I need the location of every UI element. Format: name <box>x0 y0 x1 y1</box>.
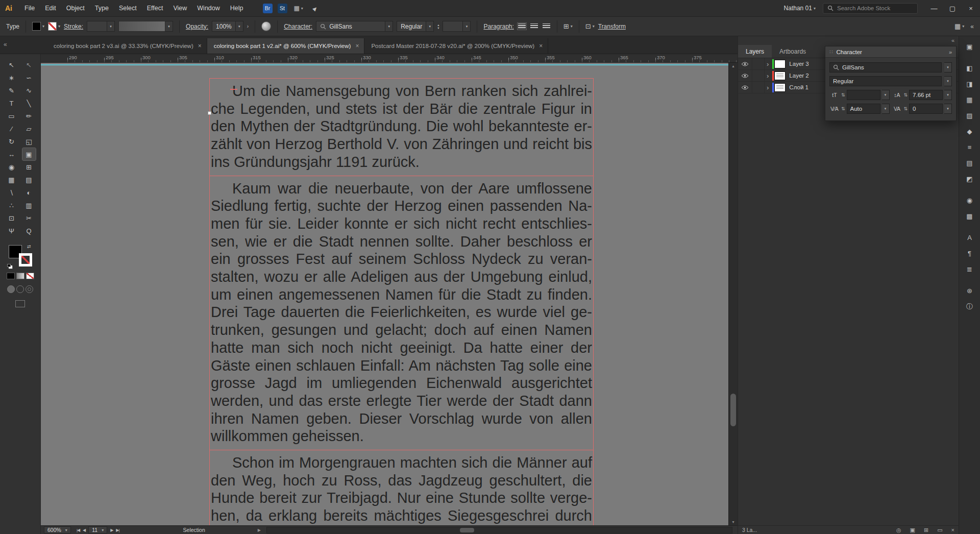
last-artboard-button[interactable]: ▶| <box>116 528 119 532</box>
pen-tool[interactable]: ✎ <box>5 84 18 96</box>
menu-object[interactable]: Object <box>61 0 90 16</box>
collapse-dock-icon[interactable]: « <box>951 37 954 43</box>
layer-thumbnail[interactable] <box>774 60 786 68</box>
chevron-down-icon[interactable]: ▾ <box>107 21 115 32</box>
chevron-down-icon[interactable]: ▾ <box>165 21 173 32</box>
bridge-button[interactable]: Br <box>263 4 273 13</box>
panel-tab-layers[interactable]: Layers <box>738 45 772 58</box>
font-size-stepper[interactable]: ▴▾ <box>437 23 439 30</box>
paragraph-panel-icon[interactable]: ¶ <box>962 247 977 260</box>
tracking-field[interactable]: 0 <box>909 104 943 114</box>
chevron-down-icon[interactable]: ▾ <box>944 90 952 100</box>
menu-help[interactable]: Help <box>225 0 249 16</box>
artboard-number-dropdown[interactable]: 11▾ <box>88 526 107 533</box>
character-panel-header[interactable]: ∷ Character » <box>825 46 956 58</box>
stock-button[interactable]: St <box>278 4 287 13</box>
width-tool[interactable]: ↔ <box>5 148 18 160</box>
leading-field[interactable]: 7.66 pt <box>909 90 943 100</box>
document-tab[interactable]: coloring book part 1 v2.ai* @ 600% (CMYK… <box>207 38 365 54</box>
blend-tool[interactable]: ◐ <box>22 186 36 199</box>
collapse-panel-icon[interactable]: » <box>949 49 952 55</box>
chevron-down-icon[interactable]: ▾ <box>463 21 471 32</box>
color-panel-icon[interactable]: ◧ <box>962 62 977 75</box>
leading-stepper[interactable]: ⇅ <box>904 92 908 98</box>
scroll-down-icon[interactable]: ▾ <box>729 520 738 524</box>
first-artboard-button[interactable]: |◀ <box>77 528 80 532</box>
chevron-down-icon[interactable]: ▾ <box>385 21 393 32</box>
visibility-eye-icon[interactable] <box>738 82 752 93</box>
lock-cell[interactable] <box>752 58 765 69</box>
lock-cell[interactable] <box>752 82 765 93</box>
menu-window[interactable]: Window <box>192 0 225 16</box>
variable-width-profile-dropdown[interactable] <box>118 21 165 32</box>
artboard-tool[interactable]: ⊡ <box>5 212 18 224</box>
zoom-level-dropdown[interactable]: 600%▾ <box>44 526 71 533</box>
rotate-tool[interactable]: ↻ <box>5 135 18 148</box>
menu-select[interactable]: Select <box>114 0 142 16</box>
swatches-panel-icon[interactable]: ▦ <box>962 93 977 106</box>
font-family-field[interactable]: GillSans <box>829 62 942 72</box>
workspace-switcher-button[interactable]: ▦▾ <box>954 22 964 30</box>
paintbrush-tool[interactable]: ✏ <box>22 110 36 122</box>
gradient-panel-icon[interactable]: ▤ <box>962 157 977 169</box>
perspective-grid-tool[interactable]: ⊞ <box>22 161 36 173</box>
color-guide-panel-icon[interactable]: ◨ <box>962 78 977 90</box>
transform-panel-link[interactable]: Transform <box>598 23 626 30</box>
opacity-field[interactable]: 100% <box>212 21 236 32</box>
none-button[interactable] <box>26 273 34 279</box>
menu-file[interactable]: File <box>19 0 40 16</box>
recolor-artwork-button[interactable] <box>261 21 271 31</box>
make-clipping-mask-icon[interactable]: ▣ <box>910 527 915 533</box>
scroll-up-icon[interactable]: ▴ <box>729 64 738 68</box>
align-left-button[interactable] <box>518 23 526 30</box>
gradient-button[interactable] <box>16 273 24 279</box>
chevron-down-icon[interactable]: ▾ <box>944 76 952 86</box>
font-style-dropdown[interactable]: Regular <box>397 21 426 32</box>
horizontal-ruler[interactable]: 2902953003053103153203253303353403453503… <box>41 54 738 63</box>
screen-mode-button[interactable] <box>15 300 25 307</box>
eyedropper-tool[interactable]: ∖ <box>5 186 18 199</box>
status-menu-icon[interactable]: ▶ <box>258 528 261 532</box>
expand-chevron-icon[interactable]: › <box>767 72 769 80</box>
chevron-down-icon[interactable]: ▾ <box>944 104 952 114</box>
user-account-button[interactable]: Nathan 01▾ <box>784 5 816 12</box>
stroke-color-well[interactable] <box>19 253 32 266</box>
symbol-sprayer-tool[interactable]: ∴ <box>5 199 18 211</box>
frame-handle[interactable] <box>208 111 211 115</box>
chevron-right-icon[interactable]: › <box>247 23 249 29</box>
vertical-scrollbar-thumb[interactable] <box>730 394 736 426</box>
swap-fill-stroke-icon[interactable]: ⇄ <box>27 244 31 249</box>
transparency-panel-icon[interactable]: ◩ <box>962 173 977 185</box>
appearance-panel-icon[interactable]: ◉ <box>962 194 977 207</box>
line-segment-tool[interactable]: ╲ <box>22 97 36 109</box>
arrange-documents-button[interactable]: ▦▾ <box>292 4 305 13</box>
layer-thumbnail[interactable] <box>774 83 786 92</box>
character-panel-link[interactable]: Character: <box>284 23 312 30</box>
chevron-down-icon[interactable]: ▾ <box>426 21 434 32</box>
panel-tab-artboards[interactable]: Artboards <box>772 45 814 58</box>
kerning-field[interactable]: Auto <box>847 104 880 114</box>
draw-behind-button[interactable] <box>16 285 24 293</box>
curvature-tool[interactable]: ∿ <box>22 84 36 96</box>
chevron-down-icon[interactable]: ▾ <box>882 90 890 100</box>
text-frame-section[interactable]: Schon im Morgengrauen machten sich die M… <box>210 450 593 525</box>
menu-type[interactable]: Type <box>90 0 114 16</box>
kerning-stepper[interactable]: ⇅ <box>841 106 845 111</box>
font-size-stepper[interactable]: ⇅ <box>841 92 845 98</box>
text-frame-section[interactable]: Kaum war die neuerbaute, von der Aare um… <box>210 176 593 450</box>
character-panel-icon[interactable]: A <box>962 231 977 244</box>
selection-tool[interactable]: ↖ <box>5 59 18 71</box>
text-frame[interactable]: Um die Namensgebung von Bern ranken sich… <box>209 78 594 525</box>
pencil-tool[interactable]: ∕ <box>5 123 18 135</box>
chevron-down-icon[interactable]: ▾ <box>882 104 890 114</box>
opacity-panel-link[interactable]: Opacity: <box>186 23 208 30</box>
magic-wand-tool[interactable]: ∗ <box>5 71 18 84</box>
glyph-options-button[interactable]: ⊞▾ <box>564 22 573 30</box>
text-frame-section[interactable]: Um die Namensgebung von Bern ranken sich… <box>210 79 593 176</box>
free-transform-tool[interactable]: ▣ <box>22 148 36 160</box>
gradient-tool[interactable]: ▤ <box>22 174 36 186</box>
paragraph-panel-link[interactable]: Paragraph: <box>483 23 513 30</box>
visibility-eye-icon[interactable] <box>738 58 752 69</box>
align-center-button[interactable] <box>530 23 538 30</box>
transform-grid-button[interactable]: ⊡▾ <box>585 22 595 30</box>
